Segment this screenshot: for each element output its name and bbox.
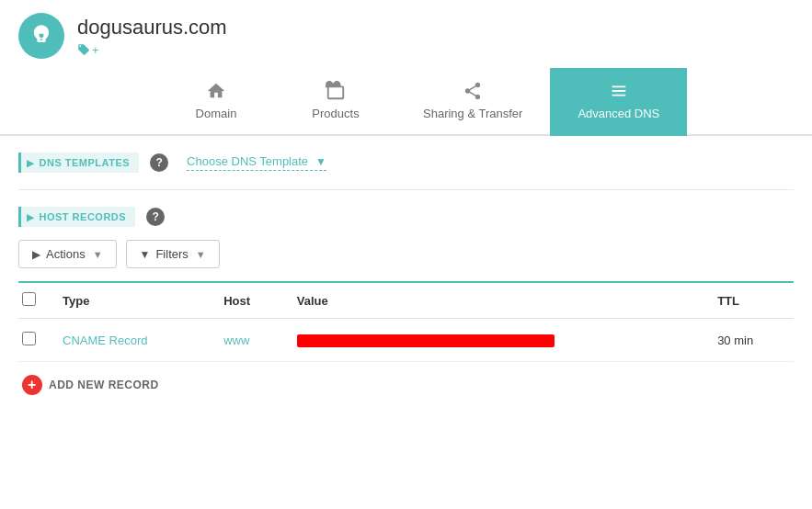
- actions-chevron-icon: ▼: [93, 249, 103, 260]
- add-record-label: ADD NEW RECORD: [49, 379, 159, 391]
- dns-template-placeholder: Choose DNS Template: [187, 154, 308, 168]
- dns-template-select[interactable]: Choose DNS Template ▼: [187, 154, 326, 171]
- tab-sharing-transfer-label: Sharing & Transfer: [423, 107, 522, 120]
- filters-button[interactable]: ▼ Filters ▼: [126, 240, 220, 268]
- row-checkbox-cell: [18, 319, 51, 362]
- actions-play-icon: ▶: [32, 248, 40, 261]
- host-records-help-icon[interactable]: ?: [146, 208, 165, 226]
- host-records-help-text: ?: [152, 210, 158, 223]
- dns-templates-help-text: ?: [155, 156, 162, 169]
- col-value: Value: [286, 283, 706, 319]
- row-host-cell: www: [212, 319, 286, 362]
- domain-name: dogusaurus.com: [77, 16, 227, 40]
- host-records-text: HOST RECORDS: [40, 211, 127, 222]
- add-record-row: + ADD NEW RECORD: [18, 362, 794, 408]
- row-ttl-cell: 30 min: [706, 319, 794, 362]
- dns-templates-text: DNS TEMPLATES: [40, 157, 131, 168]
- site-logo: [18, 13, 64, 59]
- col-host: Host: [212, 283, 286, 319]
- row-value-cell: [286, 319, 706, 362]
- record-type[interactable]: CNAME Record: [63, 334, 147, 347]
- tag-add-button[interactable]: +: [77, 43, 227, 57]
- col-ttl: TTL: [706, 283, 794, 319]
- table-header-row: Type Host Value TTL: [18, 283, 794, 319]
- main-content: ▶ DNS TEMPLATES ? Choose DNS Template ▼ …: [0, 136, 812, 408]
- dns-templates-section: ▶ DNS TEMPLATES ? Choose DNS Template ▼: [18, 136, 794, 190]
- filters-chevron-icon: ▼: [196, 249, 206, 260]
- tab-advanced-dns[interactable]: Advanced DNS: [550, 68, 687, 136]
- dns-templates-arrow: ▶: [27, 158, 35, 168]
- dns-records-table: Type Host Value TTL CNAME Record www: [18, 283, 794, 362]
- tab-sharing-transfer[interactable]: Sharing & Transfer: [395, 68, 550, 136]
- add-record-plus-icon: +: [22, 375, 42, 395]
- table-row: CNAME Record www 30 min: [18, 319, 794, 362]
- record-host[interactable]: www: [223, 334, 249, 347]
- record-value-redacted: [297, 334, 555, 347]
- actions-label: Actions: [46, 247, 86, 261]
- row-type-cell: CNAME Record: [51, 319, 212, 362]
- row-checkbox[interactable]: [22, 332, 36, 345]
- tab-advanced-dns-label: Advanced DNS: [578, 107, 659, 120]
- col-checkbox: [18, 283, 51, 319]
- header-info: dogusaurus.com +: [77, 16, 227, 57]
- record-ttl: 30 min: [717, 334, 753, 347]
- actions-row: ▶ Actions ▼ ▼ Filters ▼: [18, 240, 794, 283]
- tag-plus-label: +: [92, 43, 99, 57]
- add-new-record-button[interactable]: + ADD NEW RECORD: [22, 375, 159, 395]
- tab-products-label: Products: [312, 107, 359, 120]
- dns-templates-label[interactable]: ▶ DNS TEMPLATES: [18, 153, 139, 173]
- page-header: dogusaurus.com +: [0, 0, 812, 66]
- nav-tabs: Domain Products Sharing & Transfer Advan…: [0, 66, 812, 136]
- tab-products[interactable]: Products: [276, 68, 395, 136]
- filters-label: Filters: [155, 247, 188, 261]
- host-records-section: ▶ HOST RECORDS ?: [18, 190, 794, 240]
- dns-templates-help-icon[interactable]: ?: [150, 153, 168, 172]
- tab-domain-label: Domain: [196, 107, 237, 120]
- dns-template-dropdown-arrow: ▼: [315, 155, 326, 168]
- tab-domain[interactable]: Domain: [156, 68, 276, 136]
- host-records-label[interactable]: ▶ HOST RECORDS: [18, 207, 135, 227]
- filters-funnel-icon: ▼: [140, 248, 151, 261]
- host-records-arrow: ▶: [27, 212, 35, 222]
- select-all-checkbox[interactable]: [22, 292, 36, 306]
- actions-button[interactable]: ▶ Actions ▼: [18, 240, 117, 268]
- col-type: Type: [51, 283, 212, 319]
